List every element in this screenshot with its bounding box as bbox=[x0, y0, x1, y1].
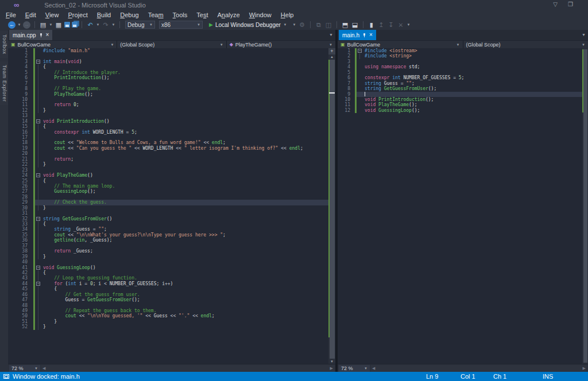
menu-test[interactable]: Test bbox=[192, 11, 212, 18]
code-text[interactable]: } bbox=[41, 108, 328, 113]
code-text[interactable]: cout << "\n\nYou guessed, '" << Guess <<… bbox=[41, 313, 328, 318]
build-solution-icon[interactable]: ⬒ bbox=[341, 21, 349, 29]
code-text[interactable]: constexpr int NUMBER_OF_GUESSES = 5; bbox=[362, 75, 582, 80]
scroll-up-icon[interactable]: ▲ bbox=[328, 55, 335, 59]
navigate-back-icon[interactable]: ← bbox=[8, 21, 16, 29]
split-window-button[interactable]: + bbox=[328, 48, 335, 55]
undo-icon[interactable]: ↶ bbox=[86, 21, 94, 29]
chevron-down-icon[interactable]: ▼ bbox=[96, 23, 100, 26]
tab-main-h[interactable]: main.h × bbox=[339, 30, 376, 40]
sidebar-tab-team-explorer[interactable]: Team Explorer bbox=[0, 61, 8, 106]
solution-platform-select[interactable]: x86 ▼ bbox=[159, 21, 203, 29]
chevron-down-icon[interactable]: ▼ bbox=[407, 23, 411, 26]
code-text[interactable] bbox=[41, 113, 328, 118]
scrollbar-thumb[interactable] bbox=[583, 49, 587, 363]
menu-window[interactable]: Window bbox=[245, 11, 276, 18]
code-text[interactable]: cout << "\n\nWhat's your guess?\n\nType … bbox=[41, 232, 328, 238]
zoom-select[interactable]: 72 % ▼ bbox=[339, 365, 370, 372]
code-text[interactable]: } bbox=[41, 162, 328, 167]
menu-tools[interactable]: Tools bbox=[168, 11, 192, 18]
right-horizontal-scrollbar[interactable]: ◀ ▶ bbox=[371, 365, 587, 372]
code-text[interactable]: string _Guess = ""; bbox=[41, 227, 328, 232]
code-text[interactable]: void PlayTheGame(); bbox=[362, 102, 582, 107]
code-text[interactable] bbox=[41, 53, 328, 59]
code-text[interactable]: void PlayTheGame() bbox=[41, 173, 328, 178]
scroll-left-icon[interactable]: ◀ bbox=[372, 366, 375, 371]
chevron-down-icon[interactable]: ▼ bbox=[17, 23, 21, 26]
chevron-down-icon[interactable]: ▼ bbox=[292, 23, 296, 26]
code-text[interactable]: string GetGuessFromUser(); bbox=[362, 86, 582, 91]
code-text[interactable]: PlayTheGame(); bbox=[41, 92, 328, 97]
parallel-stacks-icon[interactable]: ◫ bbox=[324, 21, 332, 29]
redo-icon[interactable]: ↷ bbox=[102, 21, 110, 29]
collapse-box-icon[interactable]: − bbox=[36, 173, 40, 177]
project-dropdown[interactable]: ▣ BullCowGame ▼ bbox=[8, 41, 117, 48]
right-vertical-scrollbar[interactable] bbox=[582, 48, 588, 364]
code-text[interactable]: void GuessingLoop(); bbox=[362, 108, 582, 113]
code-text[interactable]: using namespace std; bbox=[362, 64, 582, 69]
add-item-icon[interactable]: ▦ bbox=[55, 21, 63, 29]
build-project-icon[interactable]: ⬓ bbox=[351, 21, 359, 29]
collapse-box-icon[interactable]: − bbox=[36, 217, 40, 221]
code-text[interactable]: #include <iostream> bbox=[362, 48, 582, 53]
code-text[interactable]: void PrintIntroduction() bbox=[41, 119, 328, 124]
collapse-box-icon[interactable]: − bbox=[36, 282, 40, 286]
code-text[interactable]: { bbox=[41, 270, 328, 275]
solution-configuration-select[interactable]: Debug ▼ bbox=[125, 21, 155, 29]
code-text[interactable]: GuessingLoop(); bbox=[41, 189, 328, 194]
code-text[interactable] bbox=[362, 70, 582, 75]
code-text[interactable]: { bbox=[41, 124, 328, 129]
menu-project[interactable]: Project bbox=[63, 11, 92, 18]
code-text[interactable]: // Play the game. bbox=[41, 86, 328, 91]
code-text[interactable]: constexpr int WORD_LENGTH = 5; bbox=[41, 130, 328, 135]
right-editor[interactable]: 1−#include <iostream>2#include <string>3… bbox=[338, 48, 588, 364]
scroll-right-icon[interactable]: ▶ bbox=[330, 366, 333, 371]
code-text[interactable]: // Loop the guessing function. bbox=[41, 275, 328, 281]
save-icon[interactable] bbox=[64, 22, 70, 28]
code-text[interactable] bbox=[41, 151, 328, 156]
code-text[interactable]: void GuessingLoop() bbox=[41, 265, 328, 270]
code-text[interactable] bbox=[41, 243, 328, 248]
scroll-left-icon[interactable]: ◀ bbox=[42, 366, 45, 371]
scroll-right-icon[interactable]: ▶ bbox=[583, 366, 586, 371]
left-horizontal-scrollbar[interactable]: ◀ ▶ bbox=[41, 365, 334, 372]
close-icon[interactable]: × bbox=[46, 32, 49, 38]
project-dropdown[interactable]: ▣ BullCowGame ▼ bbox=[338, 41, 463, 48]
code-text[interactable] bbox=[41, 195, 328, 200]
tab-main-cpp[interactable]: main.cpp × bbox=[9, 30, 52, 40]
scrollbar-thumb[interactable] bbox=[330, 60, 335, 359]
code-text[interactable]: { bbox=[41, 286, 328, 291]
code-text[interactable]: } bbox=[41, 205, 328, 211]
left-editor[interactable]: 1#include "main.h"23−int main(void)4{5 /… bbox=[8, 48, 335, 364]
pin-icon[interactable] bbox=[362, 33, 366, 38]
filter-feedback-icon[interactable]: ▽ bbox=[553, 1, 558, 7]
code-text[interactable]: string GetGuessFromUser() bbox=[41, 216, 328, 221]
code-text[interactable]: return _Guess; bbox=[41, 248, 328, 254]
menu-help[interactable]: Help bbox=[276, 11, 299, 18]
collapse-box-icon[interactable]: − bbox=[36, 60, 40, 64]
code-text[interactable]: cout << "Welcome to Bulls and Cows, a fu… bbox=[41, 140, 328, 145]
close-icon[interactable]: × bbox=[369, 32, 373, 38]
navigate-forward-icon[interactable]: → bbox=[23, 21, 30, 29]
code-text[interactable]: PrintIntroduction(); bbox=[41, 75, 328, 80]
menu-edit[interactable]: Edit bbox=[21, 11, 41, 18]
code-text[interactable]: { bbox=[41, 64, 328, 69]
code-text[interactable] bbox=[362, 92, 582, 97]
code-text[interactable]: void PrintIntroduction(); bbox=[362, 97, 582, 102]
code-text[interactable]: } bbox=[41, 254, 328, 259]
code-text[interactable] bbox=[41, 303, 328, 308]
zoom-select[interactable]: 72 % ▼ bbox=[9, 365, 40, 372]
previous-bookmark-icon[interactable]: ↥ bbox=[377, 21, 385, 29]
menu-view[interactable]: View bbox=[41, 11, 64, 18]
code-text[interactable]: #include <string> bbox=[362, 53, 582, 59]
pin-icon[interactable] bbox=[39, 33, 43, 38]
code-text[interactable]: for (int i = 0; i < NUMBER_OF_GUESSES; i… bbox=[41, 281, 328, 286]
code-text[interactable] bbox=[362, 59, 582, 64]
chevron-down-icon[interactable]: ▼ bbox=[111, 23, 115, 26]
chevron-down-icon[interactable]: ▼ bbox=[49, 23, 53, 26]
code-text[interactable] bbox=[41, 81, 328, 86]
code-text[interactable]: // Repeat the guess back to them. bbox=[41, 308, 328, 313]
code-text[interactable] bbox=[41, 168, 328, 173]
code-text[interactable] bbox=[41, 135, 328, 140]
code-text[interactable] bbox=[41, 259, 328, 265]
